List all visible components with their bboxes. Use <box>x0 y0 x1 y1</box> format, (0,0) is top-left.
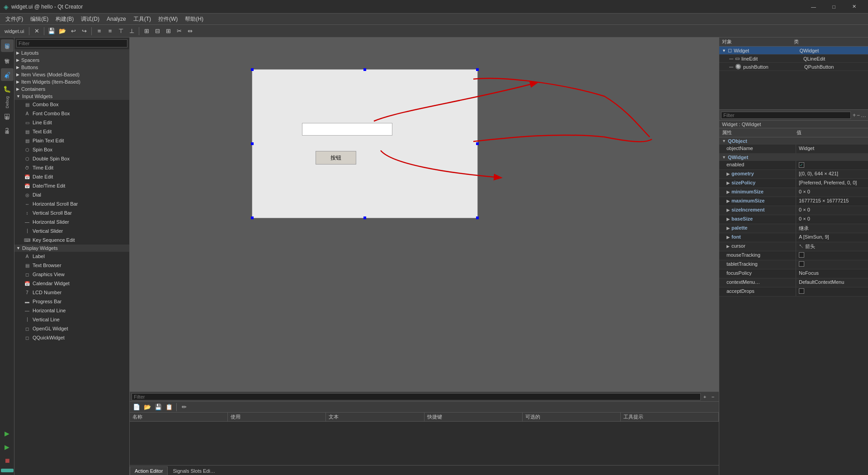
widget-opengl[interactable]: ◻ OpenGL Widget <box>14 324 129 333</box>
design-canvas[interactable]: 按钮 <box>252 69 478 218</box>
handle-ml[interactable] <box>251 142 254 145</box>
handle-tl[interactable] <box>251 68 254 71</box>
menu-analyze[interactable]: Analyze <box>103 15 130 23</box>
widget-horizontal-scroll[interactable]: ↔ Horizontal Scroll Bar <box>14 199 129 208</box>
prop-section-qwidget[interactable]: ▼ QWidget <box>719 154 868 161</box>
widget-text-browser[interactable]: ▤ Text Browser <box>14 261 129 270</box>
prop-value-maxsize[interactable]: 16777215 × 16777215 <box>796 197 868 206</box>
prop-value-sizeincrement[interactable]: 0 × 0 <box>796 206 868 215</box>
menu-help[interactable]: 帮助(H) <box>181 14 207 24</box>
bottom-tb-5[interactable]: ✏ <box>179 402 189 412</box>
toolbar-tab[interactable]: widget.ui <box>2 28 27 34</box>
property-filter-input[interactable] <box>721 112 851 119</box>
widget-dial[interactable]: ◎ Dial <box>14 190 129 199</box>
toolbar-align-bottom[interactable]: ⊥ <box>127 26 137 36</box>
category-containers[interactable]: ▶ Containers <box>14 85 129 93</box>
minimize-button[interactable]: — <box>803 0 824 14</box>
filter-add-icon[interactable]: + <box>853 112 856 118</box>
checkbox-mousetracking[interactable] <box>799 252 804 258</box>
handle-bc[interactable] <box>363 216 366 219</box>
prop-row-mousetracking[interactable]: mouseTracking <box>719 251 868 260</box>
canvas-wrapper[interactable]: 按钮 <box>130 38 719 391</box>
bottom-tb-4[interactable]: 📋 <box>164 402 174 412</box>
prop-value-palette[interactable]: 继承 <box>796 224 868 233</box>
toolbar-adjust-size[interactable]: ⇔ <box>185 26 195 36</box>
category-layouts[interactable]: ▶ Layouts <box>14 49 129 56</box>
widget-spin-box[interactable]: ⬡ Spin Box <box>14 145 129 154</box>
prop-row-objectname[interactable]: objectName Widget <box>719 145 868 154</box>
prop-row-font[interactable]: ▶font A [SimSun, 9] <box>719 233 868 242</box>
prop-value-mousetracking[interactable] <box>796 251 868 260</box>
widget-horizontal-line[interactable]: — Horizontal Line <box>14 306 129 315</box>
checkbox-enabled[interactable]: ✓ <box>799 162 804 168</box>
handle-tr[interactable] <box>476 68 479 71</box>
side-design[interactable]: 🖌 <box>1 68 14 81</box>
widget-time-edit[interactable]: ⏱ Time Edit <box>14 163 129 172</box>
category-display-widgets[interactable]: ▼ Display Widgets <box>14 245 129 252</box>
handle-br[interactable] <box>476 216 479 219</box>
bottom-add-btn[interactable]: + <box>701 393 709 401</box>
widget-calendar[interactable]: 📅 Calendar Widget <box>14 279 129 288</box>
handle-bl[interactable] <box>251 216 254 219</box>
prop-row-geometry[interactable]: ▶geometry [(0, 0), 644 × 421] <box>719 170 868 179</box>
prop-value-enabled[interactable]: ✓ <box>796 161 868 169</box>
widget-label[interactable]: A Label <box>14 252 129 261</box>
menu-edit[interactable]: 编辑(E) <box>27 14 52 24</box>
filter-remove-icon[interactable]: − <box>857 112 860 118</box>
prop-row-maxsize[interactable]: ▶maximumSize 16777215 × 16777215 <box>719 197 868 206</box>
prop-row-cursor[interactable]: ▶cursor ↖ 箭头 <box>719 242 868 251</box>
prop-row-minsize[interactable]: ▶minimumSize 0 × 0 <box>719 188 868 197</box>
handle-mr[interactable] <box>476 142 479 145</box>
toolbar-align-top[interactable]: ⊤ <box>116 26 126 36</box>
prop-row-enabled[interactable]: enabled ✓ <box>719 161 868 170</box>
prop-value-objectname[interactable]: Widget <box>796 145 868 153</box>
bottom-filter-input[interactable] <box>132 393 701 400</box>
canvas-push-button[interactable]: 按钮 <box>316 151 356 165</box>
menu-debug[interactable]: 调试(D) <box>77 14 103 24</box>
toolbar-save[interactable]: 💾 <box>47 26 57 36</box>
menu-controls[interactable]: 控件(W) <box>155 14 181 24</box>
prop-value-geometry[interactable]: [(0, 0), 644 × 421] <box>796 170 868 179</box>
prop-row-focuspolicy[interactable]: focusPolicy NoFocus <box>719 269 868 278</box>
prop-value-minsize[interactable]: 0 × 0 <box>796 188 868 197</box>
widget-horizontal-slider[interactable]: — Horizontal Slider <box>14 217 129 226</box>
category-buttons[interactable]: ▶ Buttons <box>14 64 129 71</box>
toolbar-layout-grid[interactable]: ⊞ <box>163 26 173 36</box>
bottom-tb-1[interactable]: 📄 <box>132 402 142 412</box>
menu-build[interactable]: 构建(B) <box>52 14 77 24</box>
obj-row-widget[interactable]: ▼ ◻ Widget QWidget <box>719 47 868 55</box>
side-edit[interactable]: ✏ <box>1 54 14 66</box>
tab-action-editor[interactable]: Action Editor <box>130 466 168 475</box>
prop-row-sizepolicy[interactable]: ▶sizePolicy [Preferred, Preferred, 0, 0] <box>719 179 868 188</box>
prop-row-basesize[interactable]: ▶baseSize 0 × 0 <box>719 215 868 224</box>
widget-lcd-number[interactable]: 7 LCD Number <box>14 288 129 297</box>
checkbox-acceptdrops[interactable] <box>799 288 804 294</box>
prop-row-contextmenu[interactable]: contextMenu… DefaultContextMenu <box>719 278 868 287</box>
tab-signals-slots[interactable]: Signals Slots Edi… <box>168 466 220 475</box>
widget-double-spin-box[interactable]: ⬡ Double Spin Box <box>14 154 129 163</box>
prop-row-palette[interactable]: ▶palette 继承 <box>719 224 868 233</box>
prop-row-tablettracking[interactable]: tabletTracking <box>719 260 868 269</box>
bottom-tb-2[interactable]: 📂 <box>142 402 152 412</box>
widget-qquick[interactable]: ◻ QQuickWidget <box>14 333 129 342</box>
menu-tools[interactable]: 工具(T) <box>130 14 155 24</box>
side-help[interactable]: ? <box>1 124 14 136</box>
widget-line-edit[interactable]: ▭ Line Edit <box>14 118 129 127</box>
prop-row-sizeincrement[interactable]: ▶sizeIncrement 0 × 0 <box>719 206 868 215</box>
toolbar-layout-h[interactable]: ⊞ <box>142 26 151 36</box>
prop-value-basesize[interactable]: 0 × 0 <box>796 215 868 224</box>
toolbar-close[interactable]: ✕ <box>32 26 42 36</box>
side-project[interactable]: ◫ <box>1 109 14 122</box>
obj-row-lineedit[interactable]: — ▭ lineEdit QLineEdit <box>719 55 868 63</box>
bottom-remove-btn[interactable]: − <box>709 393 717 401</box>
widget-key-sequence-edit[interactable]: ⌨ Key Sequence Edit <box>14 235 129 245</box>
widget-vertical-slider[interactable]: ⏐ Vertical Slider <box>14 226 129 235</box>
widget-graphics-view[interactable]: ◻ Graphics View <box>14 270 129 279</box>
widget-progress-bar[interactable]: ▬ Progress Bar <box>14 297 129 306</box>
toolbar-align-left[interactable]: ≡ <box>94 26 104 36</box>
bottom-tb-3[interactable]: 💾 <box>153 402 163 412</box>
category-item-views[interactable]: ▶ Item Views (Model-Based) <box>14 71 129 78</box>
prop-value-tablettracking[interactable] <box>796 260 868 269</box>
category-item-widgets[interactable]: ▶ Item Widgets (Item-Based) <box>14 78 129 85</box>
prop-row-acceptdrops[interactable]: acceptDrops <box>719 287 868 296</box>
